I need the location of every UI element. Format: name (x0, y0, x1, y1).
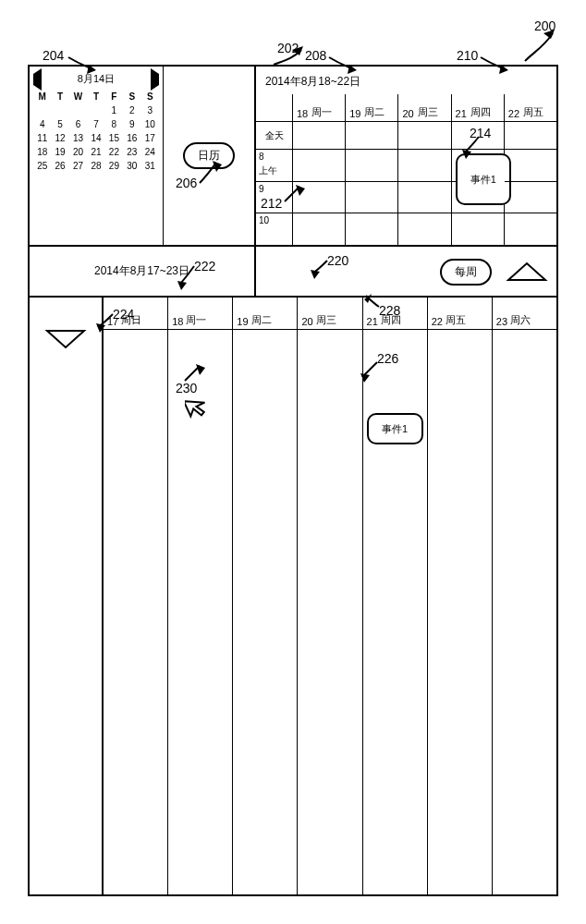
mini-cal-title: 8月14日 (78, 72, 115, 86)
scroll-up-icon[interactable] (505, 256, 549, 286)
calendar-button-panel: 日历 (164, 67, 256, 245)
ref-220: 220 (327, 253, 348, 268)
wk-day-fri[interactable]: 22周五 (428, 298, 493, 329)
top-section: 8月14日 MTWTFSS 123 45678910 1112131415161… (30, 67, 556, 247)
ref-210: 210 (457, 48, 478, 63)
wk-day-sat[interactable]: 23周六 (493, 298, 556, 329)
scroll-down-icon[interactable] (43, 325, 88, 355)
ref-212: 212 (261, 196, 282, 211)
week-body[interactable]: 事件1 (104, 330, 556, 894)
mini-cal-grid[interactable]: MTWTFSS 123 45678910 11121314151617 1819… (33, 90, 159, 173)
ref-230: 230 (176, 381, 197, 395)
ww-day-thu[interactable]: 21周四 (452, 94, 505, 121)
wk-day-mon[interactable]: 18周一 (168, 298, 233, 329)
event-1-week[interactable]: 事件1 (367, 413, 423, 444)
ref-228: 228 (379, 303, 400, 318)
week-view[interactable]: 17周日 18周一 19周二 20周三 21周四 22周五 23周六 (104, 298, 556, 894)
work-week-body[interactable]: 8上午 9 10 事件1 (256, 150, 556, 245)
week-title: 2014年8月17~23日 (30, 247, 256, 296)
work-week-allday[interactable]: 全天 (256, 122, 556, 150)
work-week-header: 18周一 19周二 20周三 21周四 22周五 (256, 94, 556, 122)
ref-202: 202 (277, 41, 299, 55)
cursor-icon (185, 395, 209, 419)
ref-226: 226 (377, 351, 398, 366)
next-month-icon[interactable] (151, 74, 159, 85)
ref-214: 214 (470, 126, 491, 140)
ref-222: 222 (194, 259, 215, 274)
ww-day-wed[interactable]: 20周三 (398, 94, 451, 121)
mini-calendar[interactable]: 8月14日 MTWTFSS 123 45678910 1112131415161… (30, 67, 164, 245)
weekly-button[interactable]: 每周 (440, 259, 492, 286)
svg-marker-4 (185, 395, 209, 419)
week-header: 17周日 18周一 19周二 20周三 21周四 22周五 23周六 (104, 298, 556, 330)
calendar-button[interactable]: 日历 (183, 142, 235, 169)
work-week-view[interactable]: 2014年8月18~22日 18周一 19周二 20周三 21周四 22周五 全… (256, 67, 556, 245)
calendar-window: 8月14日 MTWTFSS 123 45678910 1112131415161… (28, 65, 558, 896)
mid-section: 2014年8月17~23日 每周 (30, 247, 556, 298)
wk-day-wed[interactable]: 20周三 (298, 298, 362, 329)
ww-day-mon[interactable]: 18周一 (293, 94, 346, 121)
svg-marker-3 (47, 331, 84, 347)
ref-224: 224 (113, 307, 134, 322)
wk-day-tue[interactable]: 19周二 (233, 298, 298, 329)
ref-204: 204 (43, 48, 64, 63)
ww-day-fri[interactable]: 22周五 (505, 94, 556, 121)
ww-day-tue[interactable]: 19周二 (346, 94, 398, 121)
prev-month-icon[interactable] (33, 74, 42, 85)
ref-200: 200 (534, 18, 555, 33)
ref-208: 208 (305, 48, 326, 63)
svg-marker-2 (508, 263, 545, 280)
bottom-section: 17周日 18周一 19周二 20周三 21周四 22周五 23周六 (30, 298, 556, 894)
ref-206: 206 (176, 176, 197, 190)
allday-label: 全天 (256, 122, 293, 149)
scroll-down-panel (30, 298, 104, 894)
work-week-title: 2014年8月18~22日 (265, 74, 360, 90)
